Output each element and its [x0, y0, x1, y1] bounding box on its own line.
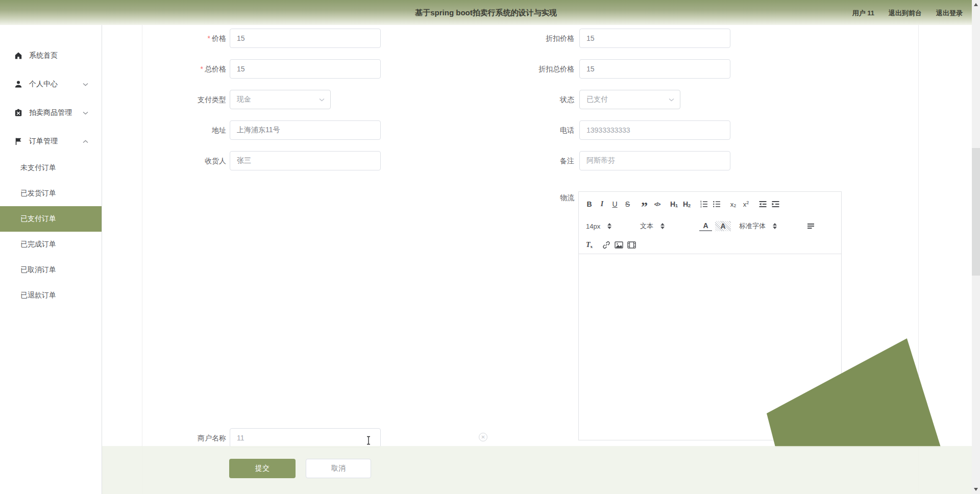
- status-select[interactable]: 已支付: [579, 90, 680, 109]
- updown-icon: [773, 223, 777, 229]
- phone-label: 电话: [490, 120, 574, 140]
- phone-input[interactable]: [579, 120, 730, 140]
- strikethrough-icon[interactable]: S: [621, 200, 634, 209]
- code-icon[interactable]: </>: [651, 200, 664, 209]
- sidebar-subitem-label: 未支付订单: [20, 163, 56, 172]
- chevron-down-icon: [319, 98, 325, 102]
- sidebar-item-label: 个人中心: [29, 80, 58, 89]
- ordered-list-icon[interactable]: [697, 200, 710, 209]
- scrollbar-down-arrow-icon[interactable]: [974, 488, 978, 491]
- updown-icon: [660, 223, 665, 229]
- logistics-label: 物流: [490, 188, 574, 207]
- status-value: 已支付: [586, 95, 608, 104]
- chevron-down-icon: [669, 98, 674, 102]
- header2-icon[interactable]: H2: [680, 200, 693, 209]
- sidebar-item-label: 拍卖商品管理: [29, 108, 72, 117]
- sidebar-item-auction-goods[interactable]: 拍卖商品管理: [0, 100, 102, 126]
- video-icon[interactable]: [625, 240, 638, 250]
- text-color-icon[interactable]: A: [699, 221, 712, 231]
- merchant-name-label: 商户名称: [142, 428, 226, 448]
- box-icon: [14, 109, 22, 117]
- top-links: 用户 11 退出到前台 退出登录: [852, 9, 963, 18]
- sidebar-item-home[interactable]: 系统首页: [0, 43, 102, 68]
- chevron-up-icon: [83, 140, 88, 143]
- image-icon[interactable]: [612, 240, 625, 250]
- top-bar: 基于spring boot拍卖行系统的设计与实现 用户 11 退出到前台 退出登…: [0, 0, 972, 25]
- scrollbar-thumb[interactable]: [972, 148, 980, 276]
- flag-icon: [14, 137, 22, 145]
- format-select[interactable]: 文本: [640, 221, 689, 231]
- home-icon: [14, 52, 22, 60]
- total-price-input[interactable]: [230, 59, 381, 79]
- sidebar-subitem-label: 已取消订单: [20, 265, 56, 275]
- remark-label: 备注: [490, 151, 574, 170]
- price-label: *价格: [142, 29, 226, 48]
- sidebar-item-orders[interactable]: 订单管理: [0, 129, 102, 154]
- sidebar-subitem-refunded-orders[interactable]: 已退款订单: [0, 283, 102, 308]
- submit-button[interactable]: 提交: [229, 459, 296, 478]
- cancel-button[interactable]: 取消: [306, 459, 371, 478]
- highlight-color-icon[interactable]: A: [715, 221, 731, 231]
- bold-icon[interactable]: B: [583, 200, 596, 209]
- indent-icon[interactable]: [769, 200, 782, 209]
- chevron-down-icon: [83, 83, 88, 86]
- page-title: 基于spring boot拍卖行系统的设计与实现: [0, 8, 972, 18]
- italic-icon[interactable]: I: [596, 200, 608, 209]
- sidebar-subitem-shipped-orders[interactable]: 已发货订单: [0, 181, 102, 206]
- consignee-input[interactable]: [230, 151, 381, 170]
- superscript-icon[interactable]: x2: [740, 200, 752, 209]
- exit-to-front-link[interactable]: 退出到前台: [889, 9, 922, 18]
- scrollbar-up-arrow-icon[interactable]: [974, 3, 978, 6]
- address-label: 地址: [142, 120, 226, 140]
- header1-icon[interactable]: H1: [668, 200, 680, 209]
- logout-link[interactable]: 退出登录: [936, 9, 963, 18]
- discount-price-input[interactable]: [579, 29, 730, 48]
- sidebar-subitem-label: 已退款订单: [20, 291, 56, 300]
- remark-input[interactable]: [579, 151, 730, 170]
- clean-format-icon[interactable]: Tx: [583, 240, 596, 250]
- link-icon[interactable]: [600, 240, 612, 250]
- sidebar-item-profile[interactable]: 个人中心: [0, 71, 102, 97]
- bullet-list-icon[interactable]: [710, 200, 723, 209]
- clear-circle-icon[interactable]: ✕: [479, 433, 487, 441]
- sidebar-subitem-label: 已支付订单: [20, 214, 56, 224]
- format-value: 文本: [640, 221, 653, 231]
- chevron-down-icon: [83, 111, 88, 115]
- sidebar-subitem-completed-orders[interactable]: 已完成订单: [0, 232, 102, 257]
- subscript-icon[interactable]: x2: [727, 200, 740, 209]
- admin-page: 基于spring boot拍卖行系统的设计与实现 用户 11 退出到前台 退出登…: [0, 0, 980, 494]
- font-size-select[interactable]: 14px: [586, 221, 628, 231]
- address-input[interactable]: [230, 120, 381, 140]
- sidebar: 系统首页 个人中心 拍卖商品管理 订单管理: [0, 25, 102, 494]
- editor-toolbar: B I U S ” </> H1 H2 x2 x2 14px: [579, 192, 841, 254]
- updown-icon: [607, 223, 611, 229]
- text-cursor-icon: [365, 436, 372, 447]
- user-icon: [14, 80, 22, 88]
- required-asterisk: *: [208, 34, 210, 42]
- pay-type-select[interactable]: 现金: [230, 90, 331, 109]
- discount-price-label: 折扣价格: [490, 29, 574, 48]
- discount-total-input[interactable]: [579, 59, 730, 79]
- status-label: 状态: [490, 90, 574, 109]
- sidebar-item-label: 订单管理: [29, 137, 58, 146]
- pay-type-value: 现金: [237, 95, 251, 104]
- required-asterisk: *: [201, 65, 203, 73]
- total-price-label: *总价格: [142, 59, 226, 79]
- sidebar-subitem-unpaid-orders[interactable]: 未支付订单: [0, 155, 102, 181]
- sidebar-subitem-paid-orders[interactable]: 已支付订单: [0, 206, 102, 232]
- sidebar-item-label: 系统首页: [29, 51, 58, 60]
- sidebar-subitem-label: 已完成订单: [20, 240, 56, 249]
- user-link[interactable]: 用户 11: [852, 9, 874, 18]
- page-scrollbar: [972, 0, 980, 494]
- blockquote-icon[interactable]: ”: [638, 196, 651, 212]
- font-family-select[interactable]: 标准字体: [739, 221, 796, 231]
- discount-total-label: 折扣总价格: [490, 59, 574, 79]
- font-size-value: 14px: [586, 223, 600, 230]
- underline-icon[interactable]: U: [608, 200, 621, 209]
- price-input[interactable]: [230, 29, 381, 48]
- sidebar-subitem-cancelled-orders[interactable]: 已取消订单: [0, 257, 102, 283]
- consignee-label: 收货人: [142, 151, 226, 170]
- merchant-name-input[interactable]: [230, 428, 381, 448]
- align-icon[interactable]: [804, 221, 817, 231]
- outdent-icon[interactable]: [756, 200, 769, 209]
